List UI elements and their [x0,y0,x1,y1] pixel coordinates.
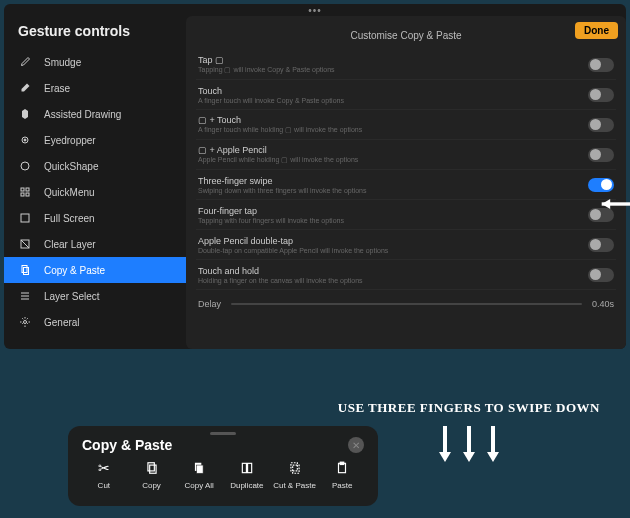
topbar: ••• [4,4,626,16]
popup-handle[interactable] [210,432,236,435]
toggle-sq-pencil[interactable] [588,148,614,162]
eyedropper-icon [18,133,32,147]
toggle-sq-touch[interactable] [588,118,614,132]
assisted-icon [18,107,32,121]
option-sub: Tapping with four fingers will invoke th… [198,217,344,224]
popup-label: Cut & Paste [273,481,316,490]
sidebar-item-quickshape[interactable]: QuickShape [4,153,186,179]
svg-rect-3 [21,188,24,191]
sidebar-label: Erase [44,83,70,94]
gear-icon [18,315,32,329]
sidebar-label: Clear Layer [44,239,96,250]
option-title: Four-finger tap [198,206,344,216]
svg-rect-7 [21,214,29,222]
sidebar-item-layerselect[interactable]: Layer Select [4,283,186,309]
drag-handle-icon[interactable]: ••• [308,5,322,16]
sidebar-item-erase[interactable]: Erase [4,75,186,101]
popup-item-cut[interactable]: ✂ Cut [82,459,126,490]
sidebar-label: Full Screen [44,213,95,224]
copy-icon [145,459,159,477]
toggle-double-tap[interactable] [588,238,614,252]
svg-rect-13 [149,465,155,473]
fullscreen-icon [18,211,32,225]
arrow-down-icon [462,424,476,464]
quickmenu-icon [18,185,32,199]
sidebar-item-assisted[interactable]: Assisted Drawing [4,101,186,127]
sidebar-item-fullscreen[interactable]: Full Screen [4,205,186,231]
popup-item-cutpaste[interactable]: Cut & Paste [273,459,317,490]
sidebar-label: Eyedropper [44,135,96,146]
option-tap: Tap ▢Tapping ▢ will invoke Copy & Paste … [196,50,616,80]
arrow-down-icon [438,424,452,464]
sidebar-label: General [44,317,80,328]
sidebar-item-general[interactable]: General [4,309,186,335]
delay-value: 0.40s [592,299,614,309]
svg-rect-19 [292,465,298,473]
toggle-tap[interactable] [588,58,614,72]
option-sub: Tapping ▢ will invoke Copy & Paste optio… [198,66,335,74]
sidebar-item-eyedropper[interactable]: Eyedropper [4,127,186,153]
copypaste-icon [18,263,32,277]
option-double-tap: Apple Pencil double-tapDouble-tap on com… [196,230,616,260]
option-sq-pencil: ▢ + Apple PencilApple Pencil while holdi… [196,140,616,170]
option-title: ▢ + Apple Pencil [198,145,358,155]
copypaste-popup: Copy & Paste ✕ ✂ Cut Copy Copy All Dupli… [68,426,378,506]
popup-label: Paste [332,481,352,490]
main-title: Customise Copy & Paste [350,30,461,41]
close-icon[interactable]: ✕ [348,437,364,453]
toggle-three-finger[interactable] [588,178,614,192]
delay-row: Delay 0.40s [196,290,616,318]
option-sub: Swiping down with three fingers will inv… [198,187,366,194]
popup-label: Copy All [185,481,214,490]
svg-rect-18 [290,463,296,471]
sidebar-label: Assisted Drawing [44,109,121,120]
option-sub: Holding a finger on the canvas will invo… [198,277,363,284]
popup-label: Copy [142,481,161,490]
svg-rect-17 [247,463,251,472]
svg-rect-9 [22,266,27,273]
option-title: ▢ + Touch [198,115,362,125]
sidebar-label: Copy & Paste [44,265,105,276]
sidebar: Gesture controls Smudge Erase Assisted D… [4,16,186,349]
option-touch-hold: Touch and holdHolding a finger on the ca… [196,260,616,290]
cut-icon: ✂ [98,459,110,477]
sidebar-item-copypaste[interactable]: Copy & Paste [4,257,186,283]
sidebar-item-smudge[interactable]: Smudge [4,49,186,75]
options-list: Tap ▢Tapping ▢ will invoke Copy & Paste … [196,50,616,318]
quickshape-icon [18,159,32,173]
sidebar-label: Smudge [44,57,81,68]
option-three-finger: Three-finger swipeSwiping down with thre… [196,170,616,200]
erase-icon [18,81,32,95]
option-title: Three-finger swipe [198,176,366,186]
sidebar-title: Gesture controls [4,16,186,49]
option-title: Touch [198,86,344,96]
svg-rect-10 [24,268,29,275]
svg-rect-12 [147,463,153,471]
popup-item-copy[interactable]: Copy [130,459,174,490]
option-touch: TouchA finger touch will invoke Copy & P… [196,80,616,110]
svg-rect-5 [21,193,24,196]
smudge-icon [18,55,32,69]
paste-icon [335,459,349,477]
gesture-panel: ••• Gesture controls Smudge Erase Assist… [4,4,626,349]
option-title: Touch and hold [198,266,363,276]
sidebar-item-clearlayer[interactable]: Clear Layer [4,231,186,257]
delay-label: Delay [198,299,221,309]
main-panel: Customise Copy & Paste Done Tap ▢Tapping… [186,16,626,349]
option-sub: A finger touch while holding ▢ will invo… [198,126,362,134]
done-button[interactable]: Done [575,22,618,39]
popup-item-copyall[interactable]: Copy All [177,459,221,490]
svg-rect-15 [197,465,203,473]
option-four-finger: Four-finger tapTapping with four fingers… [196,200,616,230]
popup-item-duplicate[interactable]: Duplicate [225,459,269,490]
sidebar-item-quickmenu[interactable]: QuickMenu [4,179,186,205]
copyall-icon [192,459,206,477]
toggle-touch-hold[interactable] [588,268,614,282]
toggle-touch[interactable] [588,88,614,102]
svg-point-1 [24,139,26,141]
sidebar-label: Layer Select [44,291,100,302]
svg-rect-6 [26,193,29,196]
delay-slider[interactable] [231,303,582,305]
option-title: Apple Pencil double-tap [198,236,388,246]
popup-item-paste[interactable]: Paste [320,459,364,490]
